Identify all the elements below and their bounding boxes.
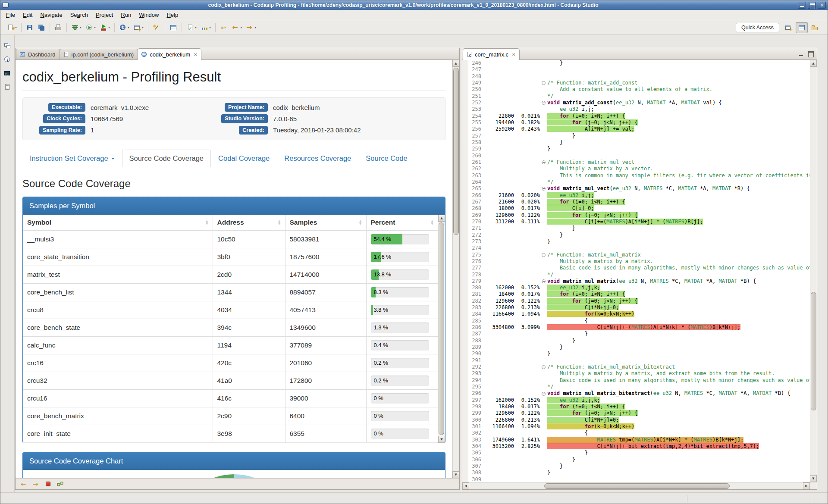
table-scrollbar-thumb[interactable] bbox=[439, 222, 444, 435]
window-close-button[interactable] bbox=[818, 2, 826, 9]
menu-help[interactable]: Help bbox=[163, 10, 182, 19]
coverage-button[interactable]: ▾ bbox=[185, 22, 198, 33]
perspective-switcher bbox=[783, 22, 821, 33]
percent-label: 8.3 % bbox=[374, 287, 388, 297]
save-button[interactable] bbox=[24, 22, 35, 33]
collapse-icon[interactable] bbox=[542, 81, 546, 85]
collapse-icon[interactable] bbox=[542, 365, 546, 369]
external-tools-button[interactable]: ▾ bbox=[98, 22, 112, 33]
memory-button[interactable]: ▾ bbox=[199, 22, 213, 33]
menu-project[interactable]: Project bbox=[92, 10, 117, 19]
browser-back-button[interactable] bbox=[19, 479, 29, 489]
editor-scroll-up-icon[interactable]: ▲ bbox=[810, 60, 817, 67]
properties-view-button[interactable] bbox=[2, 82, 13, 92]
minimize-editor-icon[interactable] bbox=[797, 50, 806, 58]
collapse-icon[interactable] bbox=[542, 253, 546, 257]
collapse-icon[interactable] bbox=[542, 392, 546, 396]
line-code: */ bbox=[547, 93, 810, 100]
code-editor[interactable]: 246 }247248249/* Function: matrix_add_co… bbox=[462, 60, 810, 482]
fold-column bbox=[540, 463, 547, 470]
new-wizard-button[interactable]: ▾ bbox=[5, 22, 19, 33]
save-all-button[interactable] bbox=[36, 22, 47, 33]
menu-navigate[interactable]: Navigate bbox=[36, 10, 66, 19]
report-tab-resources-coverage[interactable]: Resources Coverage bbox=[277, 150, 358, 167]
editor-scroll-down-icon[interactable]: ▼ bbox=[810, 475, 817, 482]
close-tab-icon[interactable]: ✕ bbox=[512, 52, 515, 57]
table-scroll-down-icon[interactable]: ▼ bbox=[438, 436, 445, 443]
window-maximize-button[interactable] bbox=[808, 2, 816, 9]
tab-core-matrix-c[interactable]: core_matrix.c✕ bbox=[463, 48, 520, 60]
column-header-address[interactable]: Address▲▼ bbox=[213, 215, 285, 231]
quick-access-button[interactable]: Quick Access bbox=[736, 23, 779, 32]
menu-run[interactable]: Run bbox=[117, 10, 135, 19]
line-percent: 0.182% bbox=[514, 119, 540, 126]
tab-dashboard[interactable]: Dashboard bbox=[16, 49, 60, 59]
code-line-308: 308} bbox=[462, 470, 810, 476]
codasip-console-button[interactable]: ▾ bbox=[117, 22, 131, 33]
line-number: 263 bbox=[468, 172, 484, 179]
print-button[interactable] bbox=[53, 22, 64, 33]
new-module-button[interactable]: ▾ bbox=[132, 22, 145, 33]
address-cell: 10c50 bbox=[213, 231, 285, 248]
close-tab-icon[interactable]: ✕ bbox=[194, 52, 197, 57]
profiling-table-button[interactable] bbox=[168, 22, 179, 33]
restore-editor-button[interactable] bbox=[2, 41, 13, 50]
collapse-icon[interactable] bbox=[542, 187, 546, 191]
fold-column bbox=[540, 73, 547, 80]
console-view-button[interactable] bbox=[2, 69, 13, 78]
nav-forward-button[interactable]: ▾ bbox=[244, 22, 258, 33]
collapse-icon[interactable] bbox=[542, 101, 546, 105]
tab-codix-berkelium[interactable]: codix_berkelium✕ bbox=[138, 48, 201, 60]
coverage-highlight: for (j=0; j<N; j++) { bbox=[547, 119, 638, 125]
magic-wand-button[interactable] bbox=[151, 22, 162, 33]
run-button[interactable]: ▾ bbox=[84, 22, 97, 33]
report-tab-source-code[interactable]: Source Code bbox=[358, 150, 414, 167]
report-tab-source-code-coverage[interactable]: Source Code Coverage bbox=[122, 150, 211, 167]
browser-forward-button[interactable] bbox=[31, 479, 41, 489]
browser-stop-button[interactable] bbox=[43, 479, 53, 489]
resource-perspective-button[interactable] bbox=[809, 22, 821, 33]
column-header-samples[interactable]: Samples▲▼ bbox=[285, 215, 366, 231]
menu-file[interactable]: File bbox=[2, 10, 19, 19]
clock-button[interactable] bbox=[2, 55, 13, 64]
editor-horizontal-scrollbar[interactable]: ◀ ▶ bbox=[462, 482, 810, 489]
percent-label: 54.4 % bbox=[374, 234, 391, 244]
report-scroll-down-icon[interactable]: ▼ bbox=[452, 471, 459, 478]
percent-label: 0.4 % bbox=[374, 340, 388, 351]
report-tab-instruction-set-coverage[interactable]: Instruction Set Coverage bbox=[22, 150, 122, 167]
code-line-276: 276 Multiply a matrix by a matrix. bbox=[462, 258, 810, 265]
nav-back-button[interactable]: ▾ bbox=[230, 22, 244, 33]
last-edit-button[interactable] bbox=[218, 22, 229, 33]
report-tab-codal-coverage[interactable]: Codal Coverage bbox=[211, 150, 277, 167]
column-header-symbol[interactable]: Symbol▲▼ bbox=[23, 215, 213, 231]
profiling-perspective-button[interactable] bbox=[796, 22, 808, 33]
window-minimize-button[interactable] bbox=[798, 2, 806, 9]
report-scroll-up-icon[interactable]: ▲ bbox=[452, 60, 459, 67]
window-titlebar[interactable]: codix_berkelium - Codasip Profiling - fi… bbox=[0, 0, 828, 10]
collapse-icon[interactable] bbox=[542, 279, 546, 283]
debug-button[interactable]: ▾ bbox=[69, 22, 83, 33]
menu-window[interactable]: Window bbox=[135, 10, 163, 19]
report-scrollbar[interactable]: ▲ ▼ bbox=[452, 60, 459, 478]
report-scrollbar-thumb[interactable] bbox=[453, 68, 459, 235]
fold-column bbox=[540, 199, 547, 205]
open-perspective-button[interactable] bbox=[783, 22, 795, 33]
editor-scroll-right-icon[interactable]: ▶ bbox=[803, 482, 810, 489]
table-row: crcu3241a01728000.2 % bbox=[23, 372, 438, 390]
line-code: } bbox=[547, 344, 810, 351]
column-header-percent[interactable]: Percent▲▼ bbox=[366, 215, 438, 231]
editor-scroll-left-icon[interactable]: ◀ bbox=[462, 482, 469, 489]
menu-edit[interactable]: Edit bbox=[19, 10, 36, 19]
menu-search[interactable]: Search bbox=[66, 10, 92, 19]
tab-ip-conf-codix-berkelium[interactable]: ip.conf (codix_berkelium) bbox=[60, 49, 138, 59]
editor-vertical-thumb[interactable] bbox=[811, 292, 816, 410]
editor-horizontal-thumb[interactable] bbox=[544, 483, 730, 489]
table-scroll-up-icon[interactable]: ▲ bbox=[438, 215, 445, 222]
coverage-highlight: MATRES tmp=(MATRES)A[i*N+k] * (MATRES)B[… bbox=[547, 437, 743, 443]
editor-vertical-scrollbar[interactable]: ▲ ▼ bbox=[810, 60, 817, 482]
collapse-icon[interactable] bbox=[542, 160, 546, 164]
browser-link-button[interactable] bbox=[55, 479, 66, 489]
symbol-cell: core_state_transition bbox=[23, 248, 213, 266]
table-scrollbar[interactable]: ▲ ▼ bbox=[438, 215, 445, 443]
maximize-editor-icon[interactable] bbox=[806, 50, 815, 58]
